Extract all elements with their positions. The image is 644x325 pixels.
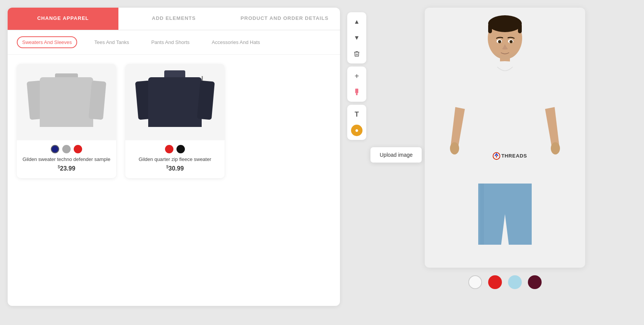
svg-point-11 bbox=[498, 40, 501, 43]
product-card-1[interactable]: Gilden sweater techno defender sample $2… bbox=[17, 64, 116, 178]
product-image-2 bbox=[125, 64, 225, 140]
swatch-red-1[interactable] bbox=[74, 145, 82, 153]
svg-rect-1 bbox=[356, 93, 358, 95]
category-tees[interactable]: Tees And Tanks bbox=[89, 37, 134, 48]
sweater-dark-img bbox=[137, 66, 213, 138]
svg-point-12 bbox=[510, 40, 513, 43]
down-button[interactable]: ▼ bbox=[350, 31, 364, 45]
swatch-red-2[interactable] bbox=[165, 145, 173, 153]
body-2 bbox=[148, 77, 202, 127]
swatch-blue-1[interactable] bbox=[51, 145, 59, 153]
nav-tool-group: ▲ ▼ bbox=[347, 12, 366, 63]
product-name-2: Gilden quarter zip fleece sweater bbox=[134, 156, 216, 162]
picker-light-blue[interactable] bbox=[508, 275, 522, 289]
left-panel: CHANGE APPAREL ADD ELEMENTS PRODUCT AND … bbox=[8, 8, 340, 306]
picker-white[interactable] bbox=[468, 275, 482, 289]
product-card-2[interactable]: Gilden quarter zip fleece sweater $30.99 bbox=[125, 64, 225, 178]
swatch-black-2[interactable] bbox=[176, 145, 185, 153]
svg-point-7 bbox=[450, 142, 459, 154]
model-svg bbox=[425, 8, 585, 268]
upload-tooltip[interactable]: Upload image bbox=[370, 147, 422, 163]
picker-red[interactable] bbox=[488, 275, 502, 289]
color-button[interactable]: ● bbox=[351, 125, 362, 136]
picker-dark-red[interactable] bbox=[528, 275, 542, 289]
toolbar: ▲ ▼ + Upload image bbox=[346, 8, 367, 145]
tab-add-elements[interactable]: ADD ELEMENTS bbox=[118, 8, 229, 30]
category-pants[interactable]: Pants And Shorts bbox=[146, 37, 194, 48]
category-bar: Sweaters And Sleeves Tees And Tanks Pant… bbox=[8, 30, 340, 55]
color-swatches-1 bbox=[51, 145, 82, 153]
category-sweaters[interactable]: Sweaters And Sleeves bbox=[17, 36, 77, 48]
svg-rect-0 bbox=[355, 89, 358, 93]
svg-rect-5 bbox=[518, 24, 522, 33]
tab-product-order[interactable]: PRODUCT AND ORDER DETAILS bbox=[229, 8, 340, 30]
preview-card: THREADS bbox=[425, 8, 585, 268]
svg-point-3 bbox=[488, 15, 522, 32]
swatch-gray-1[interactable] bbox=[62, 145, 71, 153]
category-accessories[interactable]: Accessories And Hats bbox=[207, 37, 265, 48]
sleeve-right-2 bbox=[197, 81, 215, 120]
svg-point-8 bbox=[551, 142, 560, 154]
sweater-gray-img bbox=[28, 66, 105, 138]
color-swatches-2 bbox=[165, 145, 185, 153]
product-name-1: Gilden sweater techno defender sample bbox=[18, 156, 115, 162]
tab-change-apparel[interactable]: CHANGE APPAREL bbox=[8, 8, 118, 30]
color-picker-row bbox=[468, 275, 542, 289]
product-grid: Gilden sweater techno defender sample $2… bbox=[8, 55, 340, 187]
product-price-2: $30.99 bbox=[166, 164, 184, 172]
upload-tool-group: + Upload image bbox=[347, 67, 366, 102]
sleeve-right-1 bbox=[89, 81, 107, 120]
svg-rect-4 bbox=[488, 24, 492, 33]
text-button[interactable]: T bbox=[350, 107, 364, 122]
tab-bar: CHANGE APPAREL ADD ELEMENTS PRODUCT AND … bbox=[8, 8, 340, 30]
product-image-1 bbox=[17, 64, 116, 140]
delete-button[interactable] bbox=[350, 47, 364, 61]
add-element-button[interactable]: + bbox=[350, 69, 364, 83]
body-1 bbox=[40, 77, 93, 127]
product-price-1: $23.99 bbox=[58, 164, 75, 172]
image-upload-button[interactable] bbox=[350, 85, 364, 99]
app-container: CHANGE APPAREL ADD ELEMENTS PRODUCT AND … bbox=[0, 0, 644, 325]
text-tool-group: T ● bbox=[347, 105, 366, 140]
up-button[interactable]: ▲ bbox=[350, 15, 364, 29]
